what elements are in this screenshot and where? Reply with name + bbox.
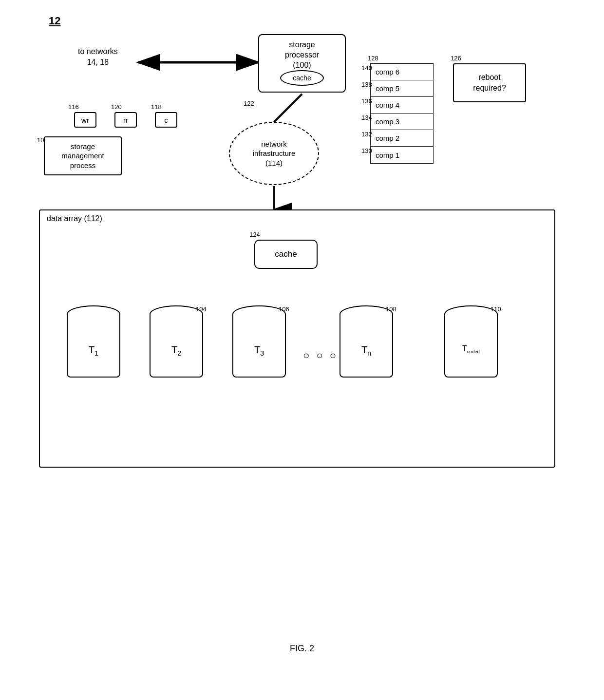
network-infra-oval: network infrastructure (114) <box>229 122 319 185</box>
cyl-label-Tn: Tn <box>340 344 393 357</box>
cyl-label-T2: T2 <box>150 344 203 357</box>
storage-processor-box: storage processor (100) cache <box>258 34 346 93</box>
networks-label: to networks 14, 18 <box>78 46 118 68</box>
page: 12 to networks 14, 18 storage processor … <box>0 0 604 700</box>
cyl-label-Tcoded: Tcoded <box>444 344 498 354</box>
ref-124: 124 <box>249 231 260 238</box>
ref-10: 10 <box>37 136 44 144</box>
ref-140: 140 <box>361 64 372 72</box>
storage-mgmt-box: storage management process <box>44 136 122 175</box>
ref-110: 110 <box>491 305 501 313</box>
rr-box: rr <box>114 112 137 128</box>
ref-130: 130 <box>361 147 372 154</box>
comp-row-3: comp 3 <box>371 114 433 130</box>
figure-number: 12 <box>49 15 60 27</box>
comp-row-5: comp 5 <box>371 80 433 97</box>
ref-116: 116 <box>68 103 79 111</box>
comp-stack: comp 6 comp 5 comp 4 comp 3 comp 2 comp … <box>370 63 434 164</box>
cache-inner-box: cache <box>254 240 318 269</box>
ref-118: 118 <box>151 103 162 111</box>
ref-106: 106 <box>279 305 289 313</box>
reboot-box: reboot required? <box>453 63 526 102</box>
cyl-label-T3: T3 <box>232 344 286 357</box>
cylinder-Tn: Tn 108 <box>340 305 393 378</box>
cylinder-T2: T2 104 <box>150 305 203 378</box>
cylinder-Tcoded: Tcoded 110 <box>444 305 498 378</box>
ref-128: 128 <box>368 55 378 62</box>
ref-104: 104 <box>196 305 207 313</box>
svg-line-5 <box>274 94 302 122</box>
cache-oval: cache <box>280 70 324 86</box>
data-array-label: data array (112) <box>47 214 102 223</box>
ref-108: 108 <box>386 305 396 313</box>
ref-126: 126 <box>451 55 461 62</box>
comp-row-1: comp 1 <box>371 147 433 163</box>
ref-138: 138 <box>361 81 372 88</box>
ref-122: 122 <box>244 100 254 107</box>
ellipsis-dots: ○ ○ ○ <box>303 349 338 362</box>
comp-row-6: comp 6 <box>371 64 433 80</box>
cyl-label-T1: T1 <box>67 344 120 357</box>
cylinder-T3: T3 106 <box>232 305 286 378</box>
cylinder-T1: T1 102 <box>67 305 120 378</box>
ref-132: 132 <box>361 131 372 138</box>
data-array-box: data array (112) cache 124 T1 102 T2 104 <box>39 209 555 468</box>
ref-134: 134 <box>361 114 372 121</box>
ref-136: 136 <box>361 97 372 105</box>
c-box: c <box>155 112 177 128</box>
comp-row-2: comp 2 <box>371 130 433 147</box>
comp-row-4: comp 4 <box>371 97 433 114</box>
fig-caption: FIG. 2 <box>0 643 604 654</box>
ref-120: 120 <box>111 103 122 111</box>
storage-processor-label: storage processor (100) <box>285 40 319 70</box>
wr-box: wr <box>74 112 96 128</box>
